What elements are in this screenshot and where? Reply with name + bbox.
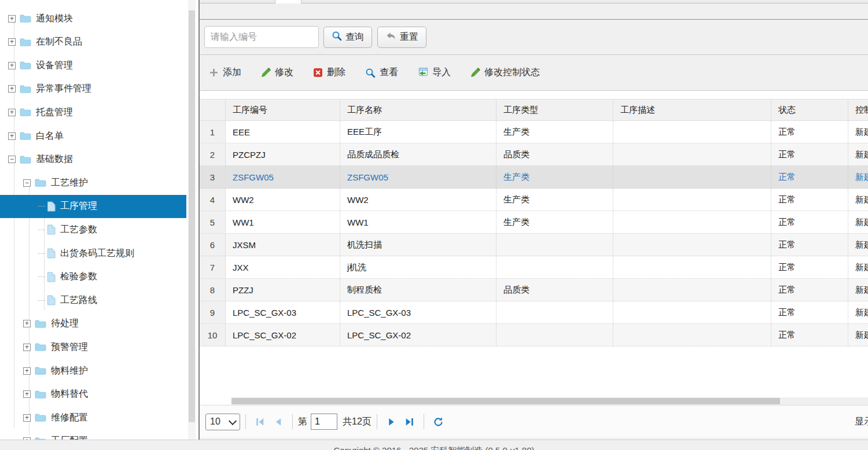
table-cell: LPC_SC_GX-02 bbox=[226, 324, 340, 346]
reset-button[interactable]: 重置 bbox=[377, 27, 426, 48]
folder-icon bbox=[35, 178, 46, 187]
row-number-header[interactable] bbox=[200, 99, 226, 120]
column-header[interactable]: 工序名称 bbox=[340, 99, 496, 120]
plus-toggle-icon[interactable]: + bbox=[8, 109, 16, 116]
sidebar-scrollbar[interactable] bbox=[188, 0, 196, 440]
table-row[interactable]: 5WW1WW1生产类正常新建 bbox=[200, 211, 868, 234]
table-row[interactable]: 7JXXj机洗正常新建 bbox=[200, 256, 868, 279]
tree-item[interactable]: +预警管理 bbox=[0, 335, 186, 359]
table-row[interactable]: 9LPC_SC_GX-03LPC_SC_GX-03正常新建 bbox=[200, 301, 868, 324]
plus-toggle-icon[interactable]: + bbox=[23, 390, 31, 398]
table-row[interactable]: 10LPC_SC_GX-02LPC_SC_GX-02正常新建 bbox=[200, 324, 868, 346]
next-page-button[interactable] bbox=[386, 416, 397, 427]
delete-button[interactable]: 删除 bbox=[312, 64, 347, 81]
table-cell: 制程质检 bbox=[340, 279, 496, 301]
table-cell: WW2 bbox=[226, 189, 340, 211]
tree-item[interactable]: 出货条码工艺规则 bbox=[0, 242, 186, 265]
tree-item[interactable]: +在制不良品 bbox=[0, 31, 186, 54]
active-tab[interactable] bbox=[275, 0, 301, 3]
table-row[interactable]: 4WW2WW2生产类正常新建 bbox=[200, 189, 868, 211]
tree-item[interactable]: −工艺维护 bbox=[0, 171, 186, 194]
minus-toggle-icon[interactable]: − bbox=[8, 156, 16, 163]
tab-strip bbox=[200, 0, 868, 3]
table-cell: 正常 bbox=[771, 324, 848, 346]
import-icon bbox=[418, 68, 428, 78]
import-button[interactable]: 导入 bbox=[417, 64, 452, 81]
plus-toggle-icon[interactable]: + bbox=[8, 38, 16, 46]
tree-item[interactable]: +待处理 bbox=[0, 312, 186, 335]
tree-item-label: 设备管理 bbox=[36, 60, 73, 72]
tree-item[interactable]: 工艺路线 bbox=[0, 289, 186, 312]
tree-item[interactable]: +物料维护 bbox=[0, 359, 186, 382]
plus-toggle-icon[interactable]: + bbox=[8, 15, 16, 23]
tree-item[interactable]: 检验参数 bbox=[0, 265, 186, 289]
previous-page-button[interactable] bbox=[273, 416, 284, 427]
plus-toggle-icon[interactable]: + bbox=[23, 320, 31, 327]
tree-item[interactable]: +通知模块 bbox=[0, 7, 186, 30]
tree-item[interactable]: +设备管理 bbox=[0, 54, 186, 77]
table-row[interactable]: 3ZSFGW05ZSFGW05生产类正常新建 bbox=[200, 166, 868, 189]
tree-item[interactable]: 工序管理 bbox=[0, 195, 186, 218]
tree-item[interactable]: +异常事件管理 bbox=[0, 78, 186, 101]
last-page-button[interactable] bbox=[404, 416, 415, 427]
query-button[interactable]: 查询 bbox=[323, 27, 372, 48]
edit-control-status-button[interactable]: 修改控制状态 bbox=[469, 64, 541, 81]
document-icon bbox=[47, 272, 56, 282]
table-body: 1EEEEEE工序生产类正常新建2PZCPZJ品质成品质检品质类正常新建3ZSF… bbox=[200, 121, 868, 346]
toolbar-button-label: 添加 bbox=[223, 67, 241, 79]
row-number-cell: 4 bbox=[200, 189, 226, 211]
column-header[interactable]: 控制状态 bbox=[848, 99, 868, 120]
table-row[interactable]: 8PZZJ制程质检品质类正常新建 bbox=[200, 279, 868, 301]
column-header[interactable]: 工序描述 bbox=[613, 99, 771, 120]
table-cell bbox=[613, 234, 771, 256]
add-button[interactable]: 添加 bbox=[208, 64, 242, 81]
table-cell bbox=[613, 166, 771, 188]
table-cell: WW2 bbox=[340, 189, 496, 211]
column-header[interactable]: 状态 bbox=[771, 99, 848, 120]
column-header[interactable]: 工序类型 bbox=[496, 99, 613, 120]
tree-item[interactable]: +物料替代 bbox=[0, 383, 186, 406]
tree-item-label: 白名单 bbox=[36, 130, 64, 142]
first-page-button[interactable] bbox=[255, 416, 266, 427]
pencil-icon bbox=[470, 68, 480, 78]
tree-item[interactable]: 工艺参数 bbox=[0, 218, 186, 241]
page-size-select[interactable]: 10 bbox=[205, 414, 240, 430]
plus-toggle-icon[interactable]: + bbox=[8, 62, 16, 69]
table-cell: 生产类 bbox=[496, 121, 613, 143]
minus-toggle-icon[interactable]: − bbox=[23, 179, 31, 187]
table-cell: 新建 bbox=[848, 189, 868, 211]
tree-item-label: 检验参数 bbox=[60, 271, 97, 283]
page-number-input[interactable] bbox=[311, 414, 337, 430]
column-header[interactable]: 工序编号 bbox=[226, 99, 340, 120]
plus-toggle-icon[interactable]: + bbox=[23, 437, 31, 440]
table-row[interactable]: 1EEEEEE工序生产类正常新建 bbox=[200, 121, 868, 143]
row-number-cell: 2 bbox=[200, 143, 226, 165]
horizontal-scrollbar-thumb[interactable] bbox=[231, 398, 780, 404]
sidebar-scrollbar-thumb[interactable] bbox=[189, 10, 195, 422]
table-row[interactable]: 2PZCPZJ品质成品质检品质类正常新建 bbox=[200, 143, 868, 166]
tree-item[interactable]: +托盘管理 bbox=[0, 101, 186, 124]
table-row[interactable]: 6JXSM机洗扫描正常新建 bbox=[200, 234, 868, 256]
edit-button[interactable]: 修改 bbox=[260, 64, 295, 81]
plus-toggle-icon[interactable]: + bbox=[23, 367, 31, 375]
folder-icon bbox=[20, 14, 31, 23]
plus-toggle-icon[interactable]: + bbox=[23, 414, 31, 422]
plus-toggle-icon[interactable]: + bbox=[8, 132, 16, 140]
toolbar: 添加修改删除查看导入修改控制状态 bbox=[200, 55, 868, 91]
row-number-cell: 9 bbox=[200, 301, 226, 323]
toolbar-button-label: 修改控制状态 bbox=[484, 67, 540, 79]
tree-item[interactable]: +维修配置 bbox=[0, 406, 186, 429]
table-cell: 新建 bbox=[848, 211, 868, 233]
delete-icon bbox=[313, 68, 323, 78]
view-button[interactable]: 查看 bbox=[364, 64, 399, 81]
tree-item[interactable]: +工厂配置 bbox=[0, 430, 186, 440]
tree-item[interactable]: −基础数据 bbox=[0, 148, 186, 171]
refresh-button[interactable] bbox=[433, 416, 444, 427]
search-input[interactable] bbox=[204, 26, 319, 48]
folder-icon bbox=[20, 61, 31, 70]
tree-item[interactable]: +白名单 bbox=[0, 124, 186, 147]
row-number-cell: 7 bbox=[200, 256, 226, 278]
horizontal-scrollbar[interactable] bbox=[200, 397, 868, 405]
plus-toggle-icon[interactable]: + bbox=[8, 85, 16, 93]
plus-toggle-icon[interactable]: + bbox=[23, 344, 31, 351]
